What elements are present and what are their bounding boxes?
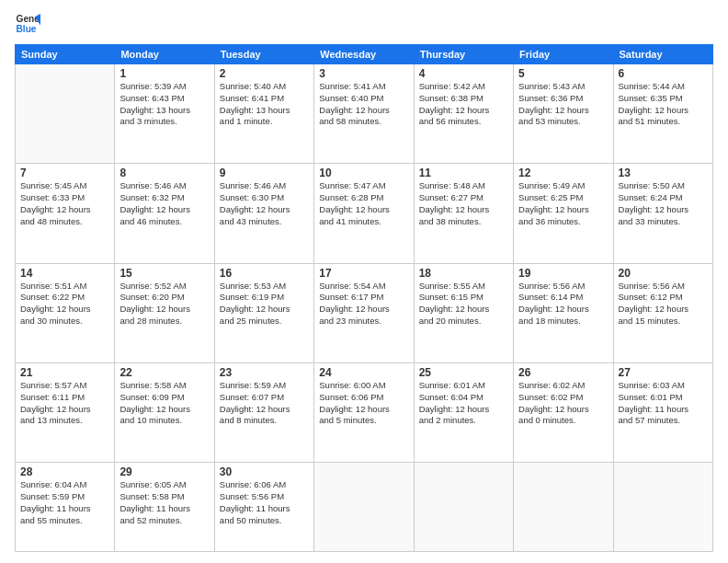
weekday-header-saturday: Saturday [613, 45, 712, 64]
day-number: 8 [119, 167, 209, 179]
day-number: 3 [319, 67, 408, 80]
calendar-cell: 18Sunrise: 5:55 AMSunset: 6:15 PMDayligh… [414, 263, 513, 362]
day-number: 12 [518, 167, 608, 179]
day-info: Sunrise: 5:59 AMSunset: 6:07 PMDaylight:… [220, 380, 309, 427]
calendar-week-row: 1Sunrise: 5:39 AMSunset: 6:43 PMDaylight… [16, 64, 713, 164]
weekday-header-sunday: Sunday [16, 45, 115, 64]
day-number: 29 [119, 465, 209, 478]
day-info: Sunrise: 5:55 AMSunset: 6:15 PMDaylight:… [419, 281, 508, 327]
calendar-cell: 16Sunrise: 5:53 AMSunset: 6:19 PMDayligh… [214, 263, 313, 362]
day-info: Sunrise: 5:39 AMSunset: 6:43 PMDaylight:… [119, 81, 209, 128]
calendar-cell: 22Sunrise: 5:58 AMSunset: 6:09 PMDayligh… [115, 362, 214, 462]
day-number: 24 [319, 366, 408, 379]
day-number: 14 [20, 267, 109, 280]
calendar-cell: 5Sunrise: 5:43 AMSunset: 6:36 PMDaylight… [514, 64, 613, 164]
weekday-header-monday: Monday [115, 45, 214, 64]
day-info: Sunrise: 5:56 AMSunset: 6:12 PMDaylight:… [619, 281, 708, 327]
day-info: Sunrise: 6:01 AMSunset: 6:04 PMDaylight:… [419, 380, 508, 427]
calendar-cell: 23Sunrise: 5:59 AMSunset: 6:07 PMDayligh… [214, 362, 313, 462]
calendar-page: General Blue SundayMondayTuesdayWednesda… [0, 0, 728, 563]
calendar-cell: 9Sunrise: 5:46 AMSunset: 6:30 PMDaylight… [214, 164, 313, 263]
day-number: 17 [319, 267, 408, 280]
day-info: Sunrise: 5:48 AMSunset: 6:27 PMDaylight:… [419, 180, 508, 227]
calendar-cell: 24Sunrise: 6:00 AMSunset: 6:06 PMDayligh… [314, 362, 414, 462]
weekday-header-thursday: Thursday [414, 45, 513, 64]
day-number: 16 [220, 267, 309, 280]
day-info: Sunrise: 5:52 AMSunset: 6:20 PMDaylight:… [119, 281, 209, 327]
day-number: 15 [119, 267, 209, 280]
day-number: 2 [220, 67, 309, 80]
day-info: Sunrise: 5:57 AMSunset: 6:11 PMDaylight:… [20, 380, 109, 427]
calendar-cell: 17Sunrise: 5:54 AMSunset: 6:17 PMDayligh… [314, 263, 414, 362]
calendar-cell: 1Sunrise: 5:39 AMSunset: 6:43 PMDaylight… [115, 64, 214, 164]
day-info: Sunrise: 5:46 AMSunset: 6:30 PMDaylight:… [220, 180, 309, 227]
day-info: Sunrise: 5:45 AMSunset: 6:33 PMDaylight:… [20, 180, 109, 227]
logo: General Blue [15, 11, 40, 37]
day-number: 10 [319, 167, 408, 179]
calendar-cell [16, 64, 115, 164]
day-number: 22 [119, 366, 209, 379]
day-info: Sunrise: 5:50 AMSunset: 6:24 PMDaylight:… [619, 180, 708, 227]
day-number: 28 [20, 465, 109, 478]
svg-text:Blue: Blue [17, 24, 37, 34]
calendar-cell: 30Sunrise: 6:06 AMSunset: 5:56 PMDayligh… [214, 463, 313, 552]
day-info: Sunrise: 5:51 AMSunset: 6:22 PMDaylight:… [20, 281, 109, 327]
day-info: Sunrise: 5:42 AMSunset: 6:38 PMDaylight:… [419, 81, 508, 128]
day-number: 26 [518, 366, 608, 379]
calendar-table: SundayMondayTuesdayWednesdayThursdayFrid… [15, 44, 713, 552]
day-info: Sunrise: 5:40 AMSunset: 6:41 PMDaylight:… [220, 81, 309, 128]
calendar-cell: 11Sunrise: 5:48 AMSunset: 6:27 PMDayligh… [414, 164, 513, 263]
day-number: 6 [619, 67, 708, 80]
day-info: Sunrise: 6:05 AMSunset: 5:58 PMDaylight:… [119, 479, 209, 526]
calendar-cell: 15Sunrise: 5:52 AMSunset: 6:20 PMDayligh… [115, 263, 214, 362]
day-info: Sunrise: 5:47 AMSunset: 6:28 PMDaylight:… [319, 180, 408, 227]
calendar-cell: 20Sunrise: 5:56 AMSunset: 6:12 PMDayligh… [613, 263, 712, 362]
calendar-week-row: 7Sunrise: 5:45 AMSunset: 6:33 PMDaylight… [16, 164, 713, 263]
day-info: Sunrise: 6:02 AMSunset: 6:02 PMDaylight:… [518, 380, 608, 427]
day-info: Sunrise: 5:49 AMSunset: 6:25 PMDaylight:… [518, 180, 608, 227]
day-number: 18 [419, 267, 508, 280]
day-number: 21 [20, 366, 109, 379]
day-number: 4 [419, 67, 508, 80]
day-number: 11 [419, 167, 508, 179]
weekday-header-wednesday: Wednesday [314, 45, 414, 64]
day-number: 19 [518, 267, 608, 280]
calendar-cell: 12Sunrise: 5:49 AMSunset: 6:25 PMDayligh… [514, 164, 613, 263]
calendar-cell: 28Sunrise: 6:04 AMSunset: 5:59 PMDayligh… [16, 463, 115, 552]
calendar-cell: 21Sunrise: 5:57 AMSunset: 6:11 PMDayligh… [16, 362, 115, 462]
day-number: 27 [619, 366, 708, 379]
calendar-cell: 29Sunrise: 6:05 AMSunset: 5:58 PMDayligh… [115, 463, 214, 552]
day-number: 7 [20, 167, 109, 179]
weekday-header-friday: Friday [514, 45, 613, 64]
calendar-week-row: 14Sunrise: 5:51 AMSunset: 6:22 PMDayligh… [16, 263, 713, 362]
day-number: 23 [220, 366, 309, 379]
calendar-cell: 14Sunrise: 5:51 AMSunset: 6:22 PMDayligh… [16, 263, 115, 362]
calendar-cell: 10Sunrise: 5:47 AMSunset: 6:28 PMDayligh… [314, 164, 414, 263]
calendar-cell: 27Sunrise: 6:03 AMSunset: 6:01 PMDayligh… [613, 362, 712, 462]
calendar-cell: 26Sunrise: 6:02 AMSunset: 6:02 PMDayligh… [514, 362, 613, 462]
day-number: 9 [220, 167, 309, 179]
page-header: General Blue [15, 11, 713, 37]
calendar-cell [514, 463, 613, 552]
calendar-cell: 25Sunrise: 6:01 AMSunset: 6:04 PMDayligh… [414, 362, 513, 462]
calendar-cell: 8Sunrise: 5:46 AMSunset: 6:32 PMDaylight… [115, 164, 214, 263]
calendar-cell: 3Sunrise: 5:41 AMSunset: 6:40 PMDaylight… [314, 64, 414, 164]
day-info: Sunrise: 5:44 AMSunset: 6:35 PMDaylight:… [619, 81, 708, 128]
calendar-cell: 7Sunrise: 5:45 AMSunset: 6:33 PMDaylight… [16, 164, 115, 263]
calendar-cell: 4Sunrise: 5:42 AMSunset: 6:38 PMDaylight… [414, 64, 513, 164]
weekday-header-row: SundayMondayTuesdayWednesdayThursdayFrid… [16, 45, 713, 64]
day-info: Sunrise: 5:53 AMSunset: 6:19 PMDaylight:… [220, 281, 309, 327]
day-info: Sunrise: 5:56 AMSunset: 6:14 PMDaylight:… [518, 281, 608, 327]
calendar-week-row: 21Sunrise: 5:57 AMSunset: 6:11 PMDayligh… [16, 362, 713, 462]
day-number: 25 [419, 366, 508, 379]
day-info: Sunrise: 5:54 AMSunset: 6:17 PMDaylight:… [319, 281, 408, 327]
day-info: Sunrise: 5:58 AMSunset: 6:09 PMDaylight:… [119, 380, 209, 427]
day-info: Sunrise: 6:04 AMSunset: 5:59 PMDaylight:… [20, 479, 109, 526]
calendar-cell: 2Sunrise: 5:40 AMSunset: 6:41 PMDaylight… [214, 64, 313, 164]
day-info: Sunrise: 5:46 AMSunset: 6:32 PMDaylight:… [119, 180, 209, 227]
day-number: 1 [119, 67, 209, 80]
day-info: Sunrise: 5:43 AMSunset: 6:36 PMDaylight:… [518, 81, 608, 128]
day-number: 5 [518, 67, 608, 80]
calendar-cell [414, 463, 513, 552]
day-info: Sunrise: 5:41 AMSunset: 6:40 PMDaylight:… [319, 81, 408, 128]
